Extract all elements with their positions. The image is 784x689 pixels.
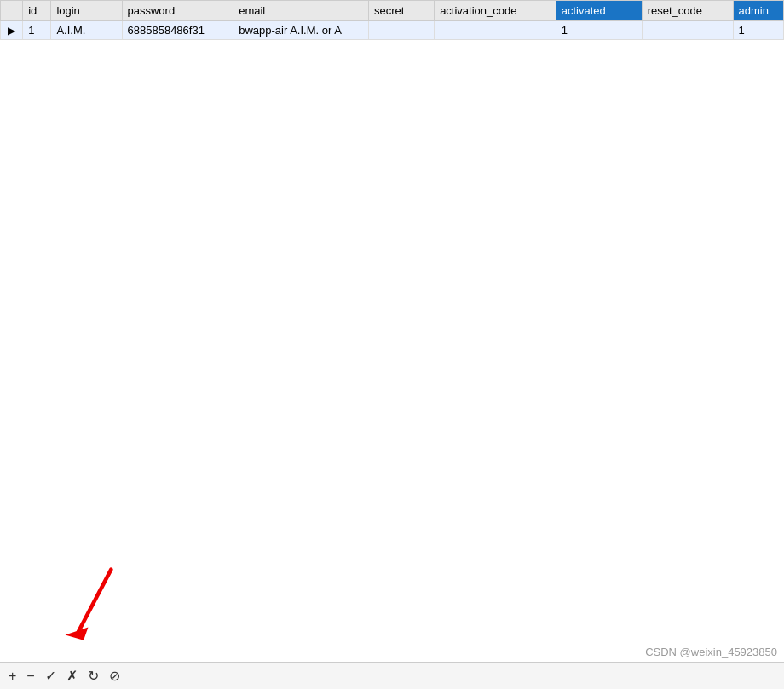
header-activation-code[interactable]: activation_code bbox=[435, 1, 556, 21]
refresh-button[interactable]: ↻ bbox=[86, 669, 101, 683]
filter-button[interactable]: ⊘ bbox=[107, 669, 122, 683]
table-body: ▶ 1 A.I.M. 6885858486f31 bwapp-air A.I.M… bbox=[1, 21, 784, 40]
cell-activated: 1 bbox=[556, 21, 642, 40]
table-header-row: id login password email secret activatio… bbox=[1, 1, 784, 21]
header-password[interactable]: password bbox=[122, 1, 233, 21]
cell-activation-code bbox=[435, 21, 556, 40]
data-table: id login password email secret activatio… bbox=[0, 0, 784, 40]
row-indicator: ▶ bbox=[1, 21, 23, 40]
add-row-button[interactable]: + bbox=[7, 669, 18, 683]
cell-login: A.I.M. bbox=[51, 21, 122, 40]
header-email[interactable]: email bbox=[233, 1, 369, 21]
table-row[interactable]: ▶ 1 A.I.M. 6885858486f31 bwapp-air A.I.M… bbox=[1, 21, 784, 40]
cell-secret bbox=[368, 21, 434, 40]
cell-reset-code bbox=[642, 21, 733, 40]
cell-email: bwapp-air A.I.M. or A bbox=[233, 21, 369, 40]
bottom-toolbar: + − ✓ ✗ ↻ ⊘ bbox=[0, 662, 784, 689]
header-login[interactable]: login bbox=[51, 1, 122, 21]
confirm-button[interactable]: ✓ bbox=[43, 669, 58, 683]
header-activated[interactable]: activated bbox=[556, 1, 642, 21]
cell-admin: 1 bbox=[733, 21, 783, 40]
cancel-button[interactable]: ✗ bbox=[65, 669, 79, 683]
table-scroll-area[interactable]: id login password email secret activatio… bbox=[0, 0, 784, 689]
cell-id: 1 bbox=[23, 21, 51, 40]
header-id[interactable]: id bbox=[23, 1, 51, 21]
header-reset-code[interactable]: reset_code bbox=[642, 1, 733, 21]
header-secret[interactable]: secret bbox=[368, 1, 434, 21]
header-indicator[interactable] bbox=[1, 1, 23, 21]
database-table-view: id login password email secret activatio… bbox=[0, 0, 784, 689]
header-admin[interactable]: admin bbox=[733, 1, 783, 21]
watermark-text: CSDN @weixin_45923850 bbox=[645, 646, 777, 658]
cell-password: 6885858486f31 bbox=[122, 21, 233, 40]
remove-row-button[interactable]: − bbox=[25, 669, 36, 683]
